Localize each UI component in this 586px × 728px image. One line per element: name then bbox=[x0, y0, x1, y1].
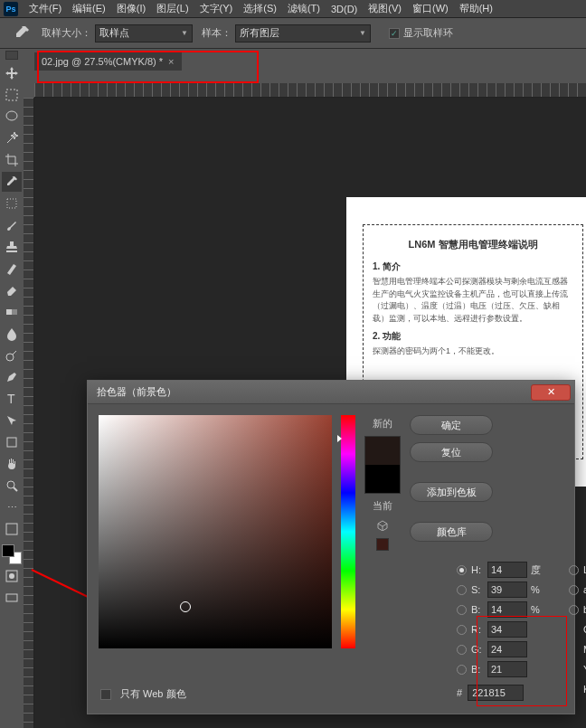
hand-tool[interactable] bbox=[2, 454, 22, 474]
dialog-titlebar[interactable]: 拾色器（前景色） ✕ bbox=[88, 381, 574, 404]
menu-help[interactable]: 帮助(H) bbox=[454, 2, 498, 15]
web-only-checkbox[interactable] bbox=[100, 689, 111, 700]
wand-tool[interactable] bbox=[2, 128, 22, 148]
menubar: Ps 文件(F) 编辑(E) 图像(I) 图层(L) 文字(Y) 选择(S) 滤… bbox=[0, 0, 586, 18]
svg-text:T: T bbox=[7, 392, 15, 406]
radio-r[interactable] bbox=[457, 625, 467, 635]
screenmode-tool[interactable] bbox=[2, 588, 22, 608]
radio-a[interactable] bbox=[569, 585, 579, 595]
zoom-tool[interactable] bbox=[2, 476, 22, 496]
radio-bb[interactable] bbox=[457, 665, 467, 675]
sample-layer-dropdown[interactable]: 所有图层 ▼ bbox=[235, 24, 371, 43]
cube-icon[interactable] bbox=[377, 520, 388, 531]
input-r[interactable] bbox=[487, 621, 527, 638]
chevron-down-icon: ▼ bbox=[359, 29, 366, 37]
svg-point-11 bbox=[9, 573, 14, 579]
close-tab-icon[interactable]: × bbox=[168, 56, 174, 67]
show-ring-checkbox[interactable]: ✓ bbox=[389, 28, 400, 39]
history-brush-tool[interactable] bbox=[2, 259, 22, 279]
gradient-tool[interactable] bbox=[2, 302, 22, 322]
sample-size-dropdown[interactable]: 取样点 ▼ bbox=[95, 24, 193, 43]
move-tool[interactable] bbox=[2, 63, 22, 83]
menu-layer[interactable]: 图层(L) bbox=[151, 2, 194, 15]
quickmask-tool[interactable] bbox=[2, 566, 22, 586]
menu-file[interactable]: 文件(F) bbox=[24, 2, 67, 15]
menu-window[interactable]: 窗口(W) bbox=[407, 2, 454, 15]
radio-g[interactable] bbox=[457, 645, 467, 655]
color-picker-dialog: 拾色器（前景色） ✕ 新的 当前 确定 复位 添加到色板 bbox=[87, 380, 575, 714]
more-tools[interactable]: ⋯ bbox=[2, 497, 22, 517]
menu-filter[interactable]: 滤镜(T) bbox=[282, 2, 326, 15]
menu-3d[interactable]: 3D(D) bbox=[326, 4, 363, 14]
input-hex[interactable] bbox=[468, 685, 524, 701]
color-swatches[interactable] bbox=[2, 544, 22, 564]
radio-s[interactable] bbox=[457, 585, 467, 595]
new-color-swatch[interactable] bbox=[365, 437, 400, 465]
label-bb: B: bbox=[471, 664, 486, 675]
lasso-tool[interactable] bbox=[2, 107, 22, 127]
svg-rect-0 bbox=[6, 90, 17, 100]
radio-b[interactable] bbox=[569, 605, 579, 615]
ruler-horizontal[interactable] bbox=[34, 83, 586, 98]
eyedropper-tool-icon[interactable] bbox=[13, 24, 31, 43]
web-only-label: 只有 Web 颜色 bbox=[120, 687, 186, 701]
color-field[interactable] bbox=[99, 415, 332, 648]
crop-tool[interactable] bbox=[2, 150, 22, 170]
healing-tool[interactable] bbox=[2, 194, 22, 213]
input-h[interactable] bbox=[487, 562, 527, 578]
hue-slider-thumb[interactable] bbox=[337, 435, 342, 442]
new-color-label: 新的 bbox=[373, 417, 392, 430]
shape-tool[interactable] bbox=[2, 432, 22, 452]
radio-bv[interactable] bbox=[457, 605, 467, 615]
edit-toolbar[interactable] bbox=[2, 519, 22, 539]
sidebar-collapse-handle[interactable] bbox=[5, 51, 18, 60]
input-g[interactable] bbox=[487, 641, 527, 657]
pen-tool[interactable] bbox=[2, 367, 22, 387]
radio-h[interactable] bbox=[457, 565, 467, 575]
ok-button[interactable]: 确定 bbox=[410, 415, 493, 435]
stamp-tool[interactable] bbox=[2, 237, 22, 257]
label-g: G: bbox=[471, 644, 486, 655]
menu-edit[interactable]: 编辑(E) bbox=[67, 2, 111, 15]
input-bv[interactable] bbox=[487, 601, 527, 618]
label-s: S: bbox=[471, 584, 486, 595]
gamut-swatch[interactable] bbox=[376, 538, 389, 551]
sample-layer-value: 所有图层 bbox=[240, 26, 279, 40]
input-s[interactable] bbox=[487, 581, 527, 598]
hue-slider[interactable] bbox=[341, 415, 355, 648]
menu-view[interactable]: 视图(V) bbox=[363, 2, 407, 15]
marquee-tool[interactable] bbox=[2, 85, 22, 105]
close-button[interactable]: ✕ bbox=[531, 384, 571, 401]
ruler-vertical[interactable] bbox=[24, 98, 34, 728]
menu-type[interactable]: 文字(Y) bbox=[194, 2, 239, 15]
svg-rect-12 bbox=[6, 594, 17, 601]
type-tool[interactable]: T bbox=[2, 389, 22, 409]
brush-tool[interactable] bbox=[2, 215, 22, 235]
radio-l[interactable] bbox=[569, 565, 579, 575]
hsb-rgb-grid: H:度 S:% B:% R: G: B: bbox=[457, 562, 547, 677]
svg-point-8 bbox=[7, 481, 14, 488]
current-color-label: 当前 bbox=[373, 499, 392, 513]
foreground-swatch[interactable] bbox=[2, 544, 14, 557]
dodge-tool[interactable] bbox=[2, 345, 22, 365]
document-tab[interactable]: 02.jpg @ 27.5%(CMYK/8) * × bbox=[34, 52, 182, 71]
doc-para-1: 智慧用电管理终端本公司探测器模块与剩余电流互感器生产的电气火灾监控设备主机产品，… bbox=[373, 276, 573, 325]
blur-tool[interactable] bbox=[2, 324, 22, 344]
lab-cmyk-grid: L: a: b: C:% M:% Y:% K:% bbox=[569, 562, 586, 697]
web-only-row: 只有 Web 颜色 bbox=[100, 687, 186, 701]
add-swatch-button[interactable]: 添加到色板 bbox=[410, 482, 493, 502]
color-library-button[interactable]: 颜色库 bbox=[410, 522, 493, 542]
current-color-swatch[interactable] bbox=[365, 465, 400, 493]
eyedropper-tool[interactable] bbox=[2, 172, 22, 192]
reset-button[interactable]: 复位 bbox=[410, 442, 493, 462]
label-bv: B: bbox=[471, 604, 486, 615]
eraser-tool[interactable] bbox=[2, 280, 22, 300]
menu-select[interactable]: 选择(S) bbox=[238, 2, 282, 15]
doc-para-2: 探测器的密码为两个1，不能更改。 bbox=[373, 345, 573, 358]
svg-rect-9 bbox=[6, 524, 17, 534]
sample-label: 样本： bbox=[202, 26, 232, 40]
input-bb[interactable] bbox=[487, 661, 527, 677]
show-ring-label: 显示取样环 bbox=[403, 26, 453, 40]
path-tool[interactable] bbox=[2, 411, 22, 430]
menu-image[interactable]: 图像(I) bbox=[111, 2, 151, 15]
